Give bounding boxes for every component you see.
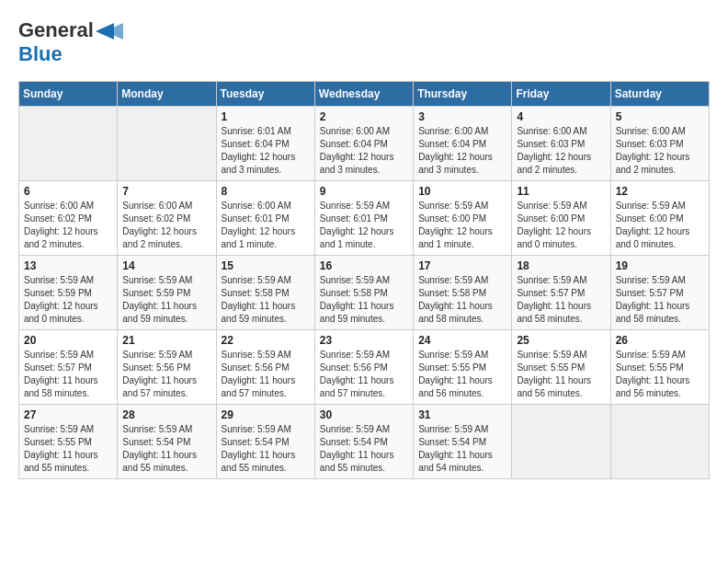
calendar-cell: 18Sunrise: 5:59 AM Sunset: 5:57 PM Dayli… [512, 256, 610, 330]
day-info: Sunrise: 5:59 AM Sunset: 5:57 PM Dayligh… [24, 349, 112, 400]
calendar-cell: 5Sunrise: 6:00 AM Sunset: 6:03 PM Daylig… [610, 107, 709, 181]
calendar-cell: 9Sunrise: 5:59 AM Sunset: 6:01 PM Daylig… [314, 181, 413, 256]
calendar-week-row: 1Sunrise: 6:01 AM Sunset: 6:04 PM Daylig… [19, 107, 710, 181]
day-number: 26 [616, 334, 704, 347]
day-info: Sunrise: 6:00 AM Sunset: 6:02 PM Dayligh… [24, 200, 112, 251]
day-number: 5 [616, 110, 704, 123]
day-number: 20 [24, 334, 112, 347]
day-info: Sunrise: 5:59 AM Sunset: 5:58 PM Dayligh… [222, 274, 310, 326]
day-number: 28 [122, 408, 210, 421]
day-number: 19 [616, 259, 704, 272]
day-info: Sunrise: 5:59 AM Sunset: 6:00 PM Dayligh… [418, 200, 506, 251]
day-number: 30 [320, 408, 408, 421]
logo-blue-text: Blue [18, 42, 63, 65]
calendar-cell: 25Sunrise: 5:59 AM Sunset: 5:55 PM Dayli… [512, 330, 610, 405]
day-info: Sunrise: 5:59 AM Sunset: 5:54 PM Dayligh… [122, 423, 210, 475]
calendar-cell: 23Sunrise: 5:59 AM Sunset: 5:56 PM Dayli… [314, 330, 413, 405]
day-info: Sunrise: 5:59 AM Sunset: 5:55 PM Dayligh… [517, 349, 605, 400]
day-info: Sunrise: 5:59 AM Sunset: 5:57 PM Dayligh… [517, 274, 605, 326]
day-number: 13 [24, 259, 112, 272]
day-number: 10 [418, 185, 506, 198]
day-info: Sunrise: 6:00 AM Sunset: 6:01 PM Dayligh… [222, 200, 310, 251]
day-number: 31 [418, 408, 506, 421]
calendar-week-row: 13Sunrise: 5:59 AM Sunset: 5:59 PM Dayli… [19, 256, 710, 330]
calendar-cell: 29Sunrise: 5:59 AM Sunset: 5:54 PM Dayli… [216, 405, 314, 479]
day-info: Sunrise: 5:59 AM Sunset: 5:58 PM Dayligh… [320, 274, 408, 326]
day-info: Sunrise: 5:59 AM Sunset: 5:54 PM Dayligh… [418, 423, 506, 475]
calendar-cell [512, 405, 610, 479]
day-number: 3 [418, 110, 506, 123]
day-info: Sunrise: 5:59 AM Sunset: 6:00 PM Dayligh… [616, 200, 704, 251]
calendar-cell: 27Sunrise: 5:59 AM Sunset: 5:55 PM Dayli… [19, 405, 118, 479]
calendar-cell: 28Sunrise: 5:59 AM Sunset: 5:54 PM Dayli… [118, 405, 216, 479]
day-info: Sunrise: 6:00 AM Sunset: 6:02 PM Dayligh… [122, 200, 210, 251]
day-number: 7 [122, 185, 210, 198]
calendar-cell: 8Sunrise: 6:00 AM Sunset: 6:01 PM Daylig… [216, 181, 314, 256]
day-info: Sunrise: 6:00 AM Sunset: 6:03 PM Dayligh… [517, 125, 605, 177]
day-number: 16 [320, 259, 408, 272]
calendar-cell: 4Sunrise: 6:00 AM Sunset: 6:03 PM Daylig… [512, 107, 610, 181]
day-number: 6 [24, 185, 112, 198]
day-number: 17 [418, 259, 506, 272]
calendar-cell: 13Sunrise: 5:59 AM Sunset: 5:59 PM Dayli… [19, 256, 118, 330]
calendar-cell: 14Sunrise: 5:59 AM Sunset: 5:59 PM Dayli… [118, 256, 216, 330]
calendar-cell: 21Sunrise: 5:59 AM Sunset: 5:56 PM Dayli… [118, 330, 216, 405]
column-header-tuesday: Tuesday [216, 82, 314, 107]
day-info: Sunrise: 6:01 AM Sunset: 6:04 PM Dayligh… [222, 125, 310, 177]
day-info: Sunrise: 5:59 AM Sunset: 5:54 PM Dayligh… [320, 423, 408, 475]
calendar-cell: 2Sunrise: 6:00 AM Sunset: 6:04 PM Daylig… [314, 107, 413, 181]
day-info: Sunrise: 5:59 AM Sunset: 5:55 PM Dayligh… [616, 349, 704, 400]
calendar-cell: 16Sunrise: 5:59 AM Sunset: 5:58 PM Dayli… [314, 256, 413, 330]
calendar-header-row: SundayMondayTuesdayWednesdayThursdayFrid… [19, 82, 710, 107]
calendar-cell: 24Sunrise: 5:59 AM Sunset: 5:55 PM Dayli… [414, 330, 512, 405]
day-number: 22 [222, 334, 310, 347]
logo: General Blue [18, 18, 123, 66]
calendar-cell: 15Sunrise: 5:59 AM Sunset: 5:58 PM Dayli… [216, 256, 314, 330]
calendar-cell: 30Sunrise: 5:59 AM Sunset: 5:54 PM Dayli… [314, 405, 413, 479]
column-header-wednesday: Wednesday [314, 82, 413, 107]
column-header-sunday: Sunday [19, 82, 118, 107]
day-info: Sunrise: 5:59 AM Sunset: 5:59 PM Dayligh… [24, 274, 112, 326]
day-info: Sunrise: 5:59 AM Sunset: 5:56 PM Dayligh… [320, 349, 408, 400]
calendar-cell [610, 405, 709, 479]
day-number: 12 [616, 185, 704, 198]
day-info: Sunrise: 5:59 AM Sunset: 6:00 PM Dayligh… [517, 200, 605, 251]
day-number: 1 [222, 110, 310, 123]
calendar-week-row: 6Sunrise: 6:00 AM Sunset: 6:02 PM Daylig… [19, 181, 710, 256]
calendar-cell: 31Sunrise: 5:59 AM Sunset: 5:54 PM Dayli… [414, 405, 512, 479]
day-number: 25 [517, 334, 605, 347]
calendar-cell [19, 107, 118, 181]
day-number: 4 [517, 110, 605, 123]
day-number: 11 [517, 185, 605, 198]
day-number: 14 [122, 259, 210, 272]
calendar-cell: 10Sunrise: 5:59 AM Sunset: 6:00 PM Dayli… [414, 181, 512, 256]
day-number: 29 [222, 408, 310, 421]
day-info: Sunrise: 5:59 AM Sunset: 5:55 PM Dayligh… [24, 423, 112, 475]
calendar-cell: 19Sunrise: 5:59 AM Sunset: 5:57 PM Dayli… [610, 256, 709, 330]
day-info: Sunrise: 5:59 AM Sunset: 5:56 PM Dayligh… [222, 349, 310, 400]
day-number: 24 [418, 334, 506, 347]
day-info: Sunrise: 5:59 AM Sunset: 5:57 PM Dayligh… [616, 274, 704, 326]
calendar-week-row: 27Sunrise: 5:59 AM Sunset: 5:55 PM Dayli… [19, 405, 710, 479]
day-info: Sunrise: 6:00 AM Sunset: 6:03 PM Dayligh… [616, 125, 704, 177]
day-info: Sunrise: 6:00 AM Sunset: 6:04 PM Dayligh… [418, 125, 506, 177]
day-number: 2 [320, 110, 408, 123]
calendar-cell: 12Sunrise: 5:59 AM Sunset: 6:00 PM Dayli… [610, 181, 709, 256]
column-header-monday: Monday [118, 82, 216, 107]
day-number: 9 [320, 185, 408, 198]
calendar-cell: 3Sunrise: 6:00 AM Sunset: 6:04 PM Daylig… [414, 107, 512, 181]
calendar-cell: 7Sunrise: 6:00 AM Sunset: 6:02 PM Daylig… [118, 181, 216, 256]
day-info: Sunrise: 5:59 AM Sunset: 5:55 PM Dayligh… [418, 349, 506, 400]
calendar-cell: 20Sunrise: 5:59 AM Sunset: 5:57 PM Dayli… [19, 330, 118, 405]
day-number: 23 [320, 334, 408, 347]
logo-text: General [18, 18, 123, 42]
day-number: 15 [222, 259, 310, 272]
day-info: Sunrise: 5:59 AM Sunset: 5:58 PM Dayligh… [418, 274, 506, 326]
day-number: 27 [24, 408, 112, 421]
calendar-cell: 17Sunrise: 5:59 AM Sunset: 5:58 PM Dayli… [414, 256, 512, 330]
calendar-cell: 1Sunrise: 6:01 AM Sunset: 6:04 PM Daylig… [216, 107, 314, 181]
column-header-saturday: Saturday [610, 82, 709, 107]
day-number: 18 [517, 259, 605, 272]
calendar-cell [118, 107, 216, 181]
day-info: Sunrise: 5:59 AM Sunset: 6:01 PM Dayligh… [320, 200, 408, 251]
